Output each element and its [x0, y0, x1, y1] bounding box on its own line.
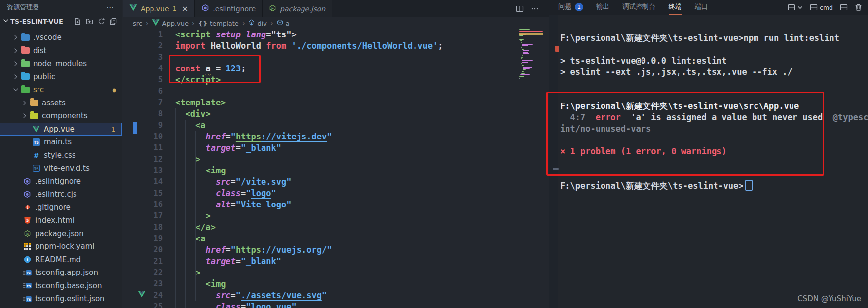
chevron-down-icon [3, 18, 9, 25]
tab-.eslintignore[interactable]: .eslintignore [195, 0, 263, 17]
line-number: 6 [123, 86, 163, 97]
tree-item-public[interactable]: public [0, 70, 122, 84]
terminal-panel: 问题1输出调试控制台终端端口cmd F:\persional\新建文件夹\ts-… [549, 0, 868, 308]
tsconfig-file-icon: TS [23, 269, 32, 276]
tree-item-assets[interactable]: assets [0, 97, 122, 110]
tree-item-tsconfig.app.json[interactable]: TStsconfig.app.json [0, 266, 122, 279]
tree-item-package.json[interactable]: jspackage.json [0, 227, 122, 240]
chevron-right-icon [22, 100, 30, 106]
tree-item-label: dist [33, 46, 46, 55]
close-icon[interactable]: × [182, 4, 188, 13]
tree-item-pnpm-lock.yaml[interactable]: pnpm-lock.yaml [0, 240, 122, 253]
explorer-action-new-file-icon[interactable] [74, 18, 81, 25]
split-editor-icon[interactable] [516, 5, 524, 13]
tab-App.vue[interactable]: App.vue1× [123, 0, 195, 17]
tree-item-.eslintrc.cjs[interactable]: .eslintrc.cjs [0, 188, 122, 201]
terminal-line [560, 157, 868, 169]
tree-item-components[interactable]: components [0, 109, 122, 123]
svg-text:#: # [33, 151, 39, 159]
folder-icon [21, 87, 30, 93]
explorer-action-new-folder-icon[interactable] [86, 18, 93, 25]
line-number: 1 [123, 29, 163, 40]
line-number: 16 [123, 199, 163, 210]
breadcrumb-item-a[interactable]: a [277, 19, 290, 27]
tree-item-vite-env.d.ts[interactable]: TSvite-env.d.ts [0, 162, 122, 175]
breadcrumb-separator: › [242, 19, 245, 27]
terminal-line: 4:7 error 'a' is assigned a value but ne… [560, 112, 868, 123]
vue-icon [152, 19, 160, 28]
tree-item-README.md[interactable]: iREADME.md [0, 253, 122, 267]
code-line: class="logo vue" [175, 301, 443, 308]
panel-tab-端口[interactable]: 端口 [695, 0, 708, 15]
tree-item-node_modules[interactable]: node_modules [0, 57, 122, 70]
explorer-title: 资源管理器 [7, 3, 39, 12]
tree-item-.gitignore[interactable]: .gitignore [0, 201, 122, 214]
tree-item-tsconfig.base.json[interactable]: TStsconfig.base.json [0, 279, 122, 293]
breadcrumb-label: div [257, 20, 267, 27]
tab-package.json[interactable]: jspackage.json [263, 0, 332, 17]
code-editor[interactable]: <script setup lang="ts">import HelloWorl… [175, 29, 443, 308]
editor-gutter: 1234567891011121314151617181920212223242… [123, 29, 163, 308]
ts-def-file-icon: TS [32, 165, 40, 172]
tree-item-dist[interactable]: dist [0, 44, 122, 58]
line-number: 2 [123, 40, 163, 52]
chevron-right-icon [13, 74, 21, 80]
line-number: 3 [123, 52, 163, 63]
code-line: </script> [175, 74, 443, 86]
terminal-instance-cmd[interactable]: cmd [810, 3, 833, 11]
tree-item-src[interactable]: src● [0, 83, 122, 97]
split-terminal-icon[interactable] [840, 3, 848, 11]
line-number: 10 [123, 131, 163, 142]
indent-guide [195, 131, 196, 301]
tree-item-.vscode[interactable]: .vscode [0, 31, 122, 44]
indent-guide [185, 120, 186, 308]
folder-icon [30, 100, 38, 106]
terminal-line: × 1 problem (1 error, 0 warnings) [560, 146, 868, 157]
explorer-action-refresh-icon[interactable] [98, 18, 105, 25]
tree-item-main.ts[interactable]: TSmain.ts [0, 136, 122, 149]
terminal-line: F:\persional\新建文件夹\ts-eslint-vue> [560, 180, 868, 191]
folder-icon [21, 34, 30, 41]
line-number: 19 [123, 233, 163, 244]
svg-text:i: i [26, 257, 28, 263]
code-line [175, 52, 443, 63]
breadcrumb-item-template[interactable]: {}template [198, 20, 239, 27]
editor-tabs: App.vue1×.eslintignorejspackage.json [123, 0, 549, 17]
panel-tab-输出[interactable]: 输出 [596, 0, 609, 15]
breadcrumb-item-src[interactable]: src [133, 20, 142, 27]
breadcrumb-label: template [210, 20, 239, 27]
minimap[interactable] [519, 29, 551, 79]
tree-item-App.vue[interactable]: App.vue1 [0, 123, 122, 136]
panel-tab-调试控制台[interactable]: 调试控制台 [622, 0, 656, 15]
breadcrumb-item-div[interactable]: div [248, 19, 267, 27]
new-terminal-dropdown[interactable] [788, 3, 803, 11]
tree-item-label: README.md [35, 255, 81, 264]
code-line: <img [175, 165, 443, 176]
explorer-sidebar: 资源管理器 ⋯ TS-ESLINT-VUE .vscodedistnode_mo… [0, 0, 122, 308]
more-actions-icon[interactable] [531, 5, 539, 13]
panel-tab-终端[interactable]: 终端 [669, 0, 682, 15]
tree-item-index.html[interactable]: 5index.html [0, 214, 122, 227]
pnpm-file-icon [23, 243, 32, 250]
tree-item-label: style.css [44, 151, 76, 160]
explorer-root-folder[interactable]: TS-ESLINT-VUE [0, 15, 122, 28]
chevron-right-icon [13, 61, 21, 67]
explorer-more-icon[interactable]: ⋯ [106, 3, 114, 12]
panel-tab-问题[interactable]: 问题1 [558, 0, 583, 15]
explorer-action-collapse-all-icon[interactable] [110, 18, 117, 25]
breadcrumb-item-App.vue[interactable]: App.vue [152, 19, 189, 28]
terminal[interactable]: F:\persional\新建文件夹\ts-eslint-vue>npm run… [560, 33, 868, 191]
kill-terminal-icon[interactable] [855, 3, 862, 11]
tree-item-tsconfig.json[interactable]: TStsconfig.json [0, 306, 122, 308]
line-number: 22 [123, 267, 163, 278]
tree-item-tsconfig.eslint.json[interactable]: TStsconfig.eslint.json [0, 292, 122, 306]
panel-tab-label: 端口 [695, 2, 708, 11]
code-line: <template> [175, 97, 443, 108]
tree-item-label: index.html [35, 216, 75, 225]
tree-item-style.css[interactable]: #style.css [0, 149, 122, 162]
info-file-icon: i [23, 256, 32, 263]
tree-item-.eslintignore[interactable]: .eslintignore [0, 175, 122, 188]
terminal-decoration [553, 168, 559, 170]
code-line: const a = 123; [175, 63, 443, 74]
line-number: 20 [123, 244, 163, 256]
